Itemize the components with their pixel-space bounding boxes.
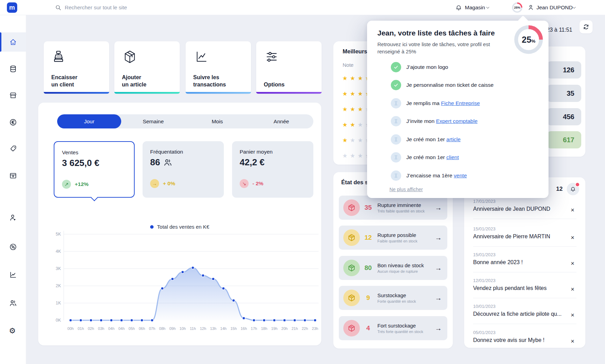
user-menu[interactable]: Jean DUPOND [536,4,573,11]
task-link-fiche-entreprise[interactable]: Fiche Entreprise [441,100,480,106]
stock-title: Rupture imminente [377,202,429,208]
sidebar-item-store[interactable] [0,86,26,105]
sidebar-item-cash-drawer[interactable] [0,166,26,185]
chevron-down-icon[interactable] [572,5,577,10]
people-icon [163,158,173,167]
notifications-card: 12 17/01/2023Anniversaire de Jean DUPOND… [464,177,585,348]
stat-trend: ↗+12% [62,180,88,189]
task-link-vente[interactable]: vente [454,173,467,178]
sales-chart: 0K1K2K3K4K5K00h01h02h03h04h04h05h06h07h0… [52,222,324,336]
notification-title: Donnez votre avis sur Mybe ! [473,337,563,343]
topbar: m Magasin 25% Jean DUPOND [0,0,605,15]
task-link-article[interactable]: article [446,136,460,142]
divider [473,272,576,272]
close-icon[interactable]: × [571,338,574,344]
stock-row-rupture-imminente[interactable]: 35Rupture imminenteTrés faible quantité … [339,196,447,220]
sidebar-item-promotions[interactable] [0,237,26,257]
progress-value: 25% [514,25,543,54]
sidebar-item-team[interactable] [0,293,26,313]
stock-row-bon-niveau-de-stock[interactable]: 80Bon niveau de stockAucun risque de rup… [339,256,447,280]
task-link-client[interactable]: client [446,154,459,160]
sidebar-item-stats[interactable] [0,265,26,284]
stock-count: 9 [361,286,375,310]
store-menu[interactable]: Magasin [465,4,485,11]
svg-text:15h: 15h [230,326,237,331]
tab-année[interactable]: Année [249,114,313,128]
search-input[interactable] [65,4,182,11]
stock-row-fort-surstockage[interactable]: 4Fort surstockageTrés forte quantité en … [339,316,447,340]
arrow-right-icon[interactable]: → [435,264,442,272]
close-icon[interactable]: × [571,312,574,318]
notifications-bell-button[interactable] [567,183,579,195]
app-logo[interactable]: m [7,2,17,13]
quick-action-sliders[interactable]: Options [256,41,322,94]
sidebar-item-tag[interactable] [0,139,26,158]
stat-label: Fréquentation [150,149,183,155]
sidebar-item-customer[interactable] [0,208,26,227]
task-link-expert-comptable[interactable]: Expert comptable [436,118,478,124]
close-icon[interactable]: × [571,260,574,267]
tab-semaine[interactable]: Semaine [121,114,185,128]
tab-mois[interactable]: Mois [185,114,249,128]
quick-action-package[interactable]: Ajouter un article [114,41,180,94]
notification-date: 17/01/2023 [473,199,572,204]
settings-icon: ⚙ [9,327,17,335]
arrow-right-icon[interactable]: → [435,294,442,302]
stock-texts: Rupture possibleFaible quantité en stock [377,232,429,243]
close-icon[interactable]: × [571,235,574,241]
quick-action-chart-line[interactable]: Suivre les transactions [186,41,251,94]
arrow-right-icon[interactable]: → [435,234,442,242]
search-icon [55,4,61,11]
star-icon: ★ [350,106,355,113]
sidebar-item-euro[interactable] [0,113,26,132]
stock-row-rupture-possible[interactable]: 12Rupture possibleFaible quantité en sto… [339,226,447,250]
close-icon[interactable]: × [571,286,574,292]
task-pending-hourglass-icon [391,98,401,108]
close-icon[interactable]: × [571,207,574,213]
stat-card-ventes[interactable]: Ventes3 625,0 €↗+12% [54,141,135,198]
refresh-button[interactable] [580,20,593,33]
stat-card-panier-moyen[interactable]: Panier moyen42,2 €↘- 2% [232,141,313,198]
notification-date: 15/01/2023 [473,226,572,231]
sidebar-item-database[interactable] [0,59,26,79]
promotions-icon [9,243,17,251]
dismiss-link[interactable]: Ne plus afficher [389,187,423,192]
sliders-icon [264,49,280,65]
global-search [55,0,182,15]
profile-completion-badge[interactable]: 25% [512,2,522,13]
stock-row-surstockage[interactable]: 9SurstockageForte quantité en stock→ [339,286,447,310]
stock-box-icon [343,320,360,336]
stock-title: Rupture possible [377,232,429,238]
svg-text:19h: 19h [271,326,277,331]
refresh-icon [583,23,590,30]
stock-box-icon [343,290,360,306]
svg-text:14h: 14h [220,326,227,331]
stats-icon [9,271,17,279]
euro-icon [9,118,17,126]
stat-label: Ventes [62,149,78,156]
sidebar-item-settings[interactable]: ⚙ [0,322,26,341]
stock-count: 80 [361,256,375,280]
arrow-right-icon[interactable]: → [435,324,442,332]
stat-card-fréquentation[interactable]: Fréquentation86→+ 0% [143,141,224,198]
arrow-right-icon[interactable]: → [435,204,442,212]
svg-text:17h: 17h [251,326,257,331]
tab-jour[interactable]: Jour [57,114,121,128]
notification-title: Bonne année 2023 ! [473,259,563,266]
quick-action-cash-register[interactable]: Encaisser un client [44,41,109,94]
svg-text:07h: 07h [149,326,155,331]
sidebar-item-home[interactable] [0,32,26,52]
accent-bar [44,92,109,94]
task-label: Je créé mon 1er article [406,136,461,143]
task-label: Je remplis ma Fiche Entreprise [406,100,480,106]
stat-trend: ↘- 2% [240,179,263,188]
svg-text:16h: 16h [241,326,247,331]
star-icon: ★ [358,153,363,159]
notifications-bell-icon[interactable] [455,4,462,11]
chevron-down-icon[interactable] [485,5,490,10]
svg-text:06h: 06h [139,326,145,331]
stat-pill: 456 [547,108,581,125]
stock-subtitle: Trés faible quantité en stock [377,209,429,213]
period-tabs: JourSemaineMoisAnnée [57,114,313,128]
svg-text:05h: 05h [128,326,135,331]
